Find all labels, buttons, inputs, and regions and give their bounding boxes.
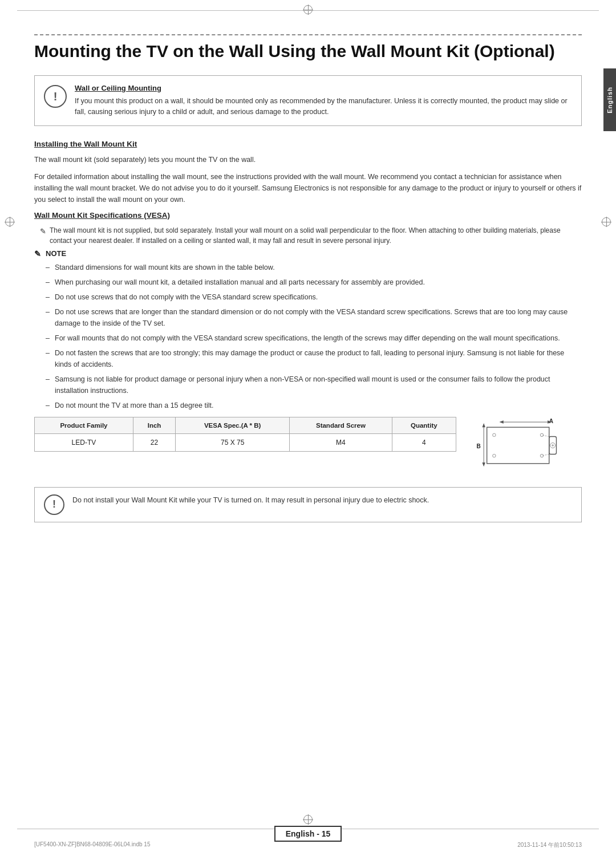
cell-quantity: 4 — [392, 433, 456, 451]
warning-title: Wall or Ceiling Mounting — [75, 84, 572, 92]
svg-text:A: A — [549, 417, 553, 424]
installing-para2: For detailed information about installin… — [34, 171, 582, 205]
svg-point-11 — [540, 433, 543, 436]
note-pencil-icon: ✎ — [34, 249, 41, 258]
cell-inch: 22 — [133, 433, 175, 451]
svg-point-15 — [552, 444, 554, 447]
note-block-main: ✎ The wall mount kit is not supplied, bu… — [34, 225, 582, 246]
warning-icon: ! — [44, 85, 67, 108]
table-section: Product Family Inch VESA Spec.(A * B) St… — [34, 417, 582, 476]
pencil-icon: ✎ — [40, 226, 46, 246]
note-text: The wall mount kit is not supplied, but … — [50, 225, 582, 246]
list-item: Samsung is not liable for product damage… — [46, 374, 582, 396]
page-border-top — [17, 10, 599, 11]
dashed-divider — [34, 34, 582, 35]
page-footer: English - 15 — [0, 826, 616, 842]
installing-para1: The wall mount kit (sold separately) let… — [34, 154, 582, 165]
bullet-list: Standard dimensions for wall mount kits … — [34, 262, 582, 411]
col-inch: Inch — [133, 417, 175, 433]
installing-heading: Installing the Wall Mount Kit — [34, 140, 582, 148]
svg-text:B: B — [476, 443, 480, 449]
col-product-family: Product Family — [35, 417, 133, 433]
vesa-table: Product Family Inch VESA Spec.(A * B) St… — [34, 417, 456, 452]
footer-date: 2013-11-14 午前10:50:13 — [517, 841, 582, 849]
crosshair-top — [303, 5, 313, 15]
crosshair-right — [601, 217, 611, 227]
warning-box: ! Wall or Ceiling Mounting If you mount … — [34, 75, 582, 126]
col-quantity: Quantity — [392, 417, 456, 433]
tv-wall-mount-diagram: A B — [468, 417, 582, 476]
list-item: When purchasing our wall mount kit, a de… — [46, 277, 582, 288]
list-item: For wall mounts that do not comply with … — [46, 332, 582, 344]
table-header-row: Product Family Inch VESA Spec.(A * B) St… — [35, 417, 456, 433]
list-item: Do not mount the TV at more than a 15 de… — [46, 400, 582, 411]
note-label: ✎ NOTE — [34, 249, 582, 258]
sidebar-tab: English — [603, 68, 616, 131]
footer-meta: [UF5400-XN-ZF]BN68-04809E-06L04.indb 15 … — [34, 841, 582, 849]
specifications-heading: Wall Mount Kit Specifications (VESA) — [34, 211, 582, 220]
main-content: Mounting the TV on the Wall Using the Wa… — [34, 23, 582, 522]
svg-marker-8 — [482, 462, 485, 466]
svg-rect-4 — [487, 427, 549, 464]
svg-point-10 — [493, 454, 496, 457]
crosshair-left — [5, 217, 15, 227]
sidebar-label: English — [606, 87, 613, 113]
crosshair-bottom — [303, 814, 313, 825]
list-item: Do not use screws that are longer than t… — [46, 306, 582, 329]
col-standard-screw: Standard Screw — [290, 417, 392, 433]
footer-file: [UF5400-XN-ZF]BN68-04809E-06L04.indb 15 — [34, 841, 150, 849]
cell-vesa-spec: 75 X 75 — [176, 433, 290, 451]
list-item: Do not use screws that do not comply wit… — [46, 291, 582, 303]
page-number: English - 15 — [274, 826, 342, 842]
page-title: Mounting the TV on the Wall Using the Wa… — [34, 41, 582, 62]
bottom-warning-text: Do not install your Wall Mount Kit while… — [72, 494, 429, 506]
bottom-warning-box: ! Do not install your Wall Mount Kit whi… — [34, 487, 582, 522]
svg-point-9 — [493, 433, 496, 436]
table-row: LED-TV 22 75 X 75 M4 4 — [35, 433, 456, 451]
note-label-text: NOTE — [46, 249, 66, 258]
list-item: Do not fasten the screws that are too st… — [46, 347, 582, 370]
warning-content: Wall or Ceiling Mounting If you mount th… — [75, 84, 572, 117]
svg-marker-7 — [482, 423, 485, 427]
cell-standard-screw: M4 — [290, 433, 392, 451]
list-item: Standard dimensions for wall mount kits … — [46, 262, 582, 273]
svg-point-12 — [540, 454, 543, 457]
bottom-warning-icon: ! — [44, 494, 64, 515]
svg-marker-2 — [499, 420, 503, 423]
cell-product-family: LED-TV — [35, 433, 133, 451]
warning-text: If you mount this product on a wall, it … — [75, 96, 572, 117]
note-item-main: ✎ The wall mount kit is not supplied, bu… — [34, 225, 582, 246]
col-vesa-spec: VESA Spec.(A * B) — [176, 417, 290, 433]
